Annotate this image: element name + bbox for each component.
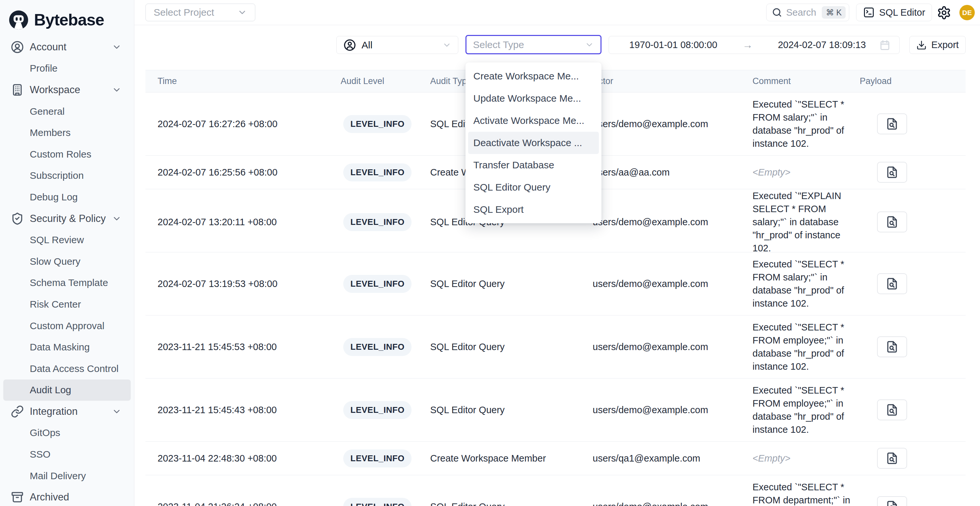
audit-level-badge: LEVEL_INFO <box>343 449 412 468</box>
sidebar-section-security-policy[interactable]: Security & Policy <box>0 208 134 229</box>
audit-level-badge: LEVEL_INFO <box>343 338 412 356</box>
audit-level-badge: LEVEL_INFO <box>343 213 412 231</box>
search-icon <box>772 7 782 18</box>
audit-type-dropdown: Create Workspace Me... Update Workspace … <box>466 62 601 223</box>
shield-check-icon <box>11 212 24 225</box>
sidebar-item-sso[interactable]: SSO <box>0 444 134 465</box>
section-label: Integration <box>30 406 78 417</box>
export-button[interactable]: Export <box>909 36 966 54</box>
archive-icon <box>11 491 24 504</box>
cell-audit-type: SQL Editor Query <box>430 405 593 415</box>
column-header-comment: Comment <box>752 76 854 86</box>
topbar: Select Project Search ⌘ K SQL Editor DE <box>134 0 980 25</box>
actor-filter-select[interactable]: All <box>336 36 458 54</box>
date-start-value: 1970-01-01 08:00:00 <box>629 40 717 50</box>
avatar-initials: DE <box>962 9 972 17</box>
cell-comment: <Empty> <box>752 166 854 179</box>
sidebar-item-data-access-control[interactable]: Data Access Control <box>0 358 134 380</box>
sidebar-section-archived[interactable]: Archived <box>0 486 134 506</box>
cell-time: 2024-02-07 13:20:11 +08:00 <box>158 217 340 228</box>
payload-button[interactable] <box>877 212 907 232</box>
sidebar-item-gitops[interactable]: GitOps <box>0 422 134 444</box>
chevron-down-icon <box>112 42 122 52</box>
audit-level-badge: LEVEL_INFO <box>343 115 412 133</box>
sidebar-item-custom-roles[interactable]: Custom Roles <box>0 143 134 165</box>
chevron-down-icon <box>237 8 247 18</box>
chevron-down-icon <box>442 41 452 50</box>
cell-time: 2023-11-21 15:45:43 +08:00 <box>158 405 340 415</box>
avatar[interactable]: DE <box>959 5 975 20</box>
payload-button[interactable] <box>877 399 907 420</box>
sidebar-item-custom-approval[interactable]: Custom Approval <box>0 315 134 337</box>
type-option[interactable]: Update Workspace Me... <box>466 87 601 110</box>
cell-actor: users/demo@example.com <box>593 217 752 228</box>
project-select[interactable]: Select Project <box>145 3 255 21</box>
type-option[interactable]: Activate Workspace Me... <box>466 110 601 132</box>
arrow-right-icon: → <box>717 39 778 51</box>
export-label: Export <box>931 40 959 50</box>
sidebar-section-workspace[interactable]: Workspace <box>0 79 134 101</box>
sidebar-item-audit-log[interactable]: Audit Log <box>3 380 131 401</box>
type-option[interactable]: SQL Export <box>466 199 601 221</box>
table-row: 2023-11-04 22:48:30 +08:00 LEVEL_INFO Cr… <box>145 442 966 475</box>
audit-level-badge: LEVEL_INFO <box>343 401 412 419</box>
table-row: 2023-11-21 15:45:43 +08:00 LEVEL_INFO SQ… <box>145 379 966 442</box>
main-area: Select Project Search ⌘ K SQL Editor DE <box>134 0 980 506</box>
sql-editor-button[interactable]: SQL Editor <box>856 3 932 21</box>
sidebar-item-members[interactable]: Members <box>0 122 134 143</box>
sidebar-item-data-masking[interactable]: Data Masking <box>0 336 134 358</box>
cell-audit-type: SQL Editor Query <box>430 342 593 352</box>
table-row: 2023-11-04 21:26:24 +08:00 LEVEL_INFO SQ… <box>145 475 966 506</box>
sidebar-item-sql-review[interactable]: SQL Review <box>0 229 134 251</box>
sidebar-section-account[interactable]: Account <box>0 36 134 58</box>
sidebar-item-slow-query[interactable]: Slow Query <box>0 251 134 272</box>
payload-button[interactable] <box>877 162 907 183</box>
section-label: Account <box>30 41 66 53</box>
sidebar-nav: Account Profile Workspace General Member… <box>0 36 134 506</box>
settings-gear-icon[interactable] <box>937 6 951 20</box>
user-circle-icon <box>343 38 356 52</box>
audit-level-badge: LEVEL_INFO <box>343 498 412 506</box>
type-option[interactable]: SQL Editor Query <box>466 176 601 199</box>
section-label: Archived <box>30 491 69 503</box>
sidebar-item-subscription[interactable]: Subscription <box>0 165 134 187</box>
chevron-down-icon <box>585 40 594 49</box>
bytebase-logo-icon <box>8 10 29 30</box>
sidebar-item-profile[interactable]: Profile <box>0 58 134 80</box>
brand-logo[interactable]: Bytebase <box>0 0 134 33</box>
sidebar: Bytebase Account Profile Workspace Gener… <box>0 0 134 506</box>
chevron-down-icon <box>112 85 122 95</box>
sidebar-item-debug-log[interactable]: Debug Log <box>0 186 134 208</box>
search-placeholder: Search <box>786 7 816 18</box>
cell-actor: users/demo@example.com <box>593 501 752 506</box>
table-row: 2023-11-21 15:45:53 +08:00 LEVEL_INFO SQ… <box>145 315 966 379</box>
type-option[interactable]: Transfer Database <box>466 154 601 176</box>
cell-time: 2023-11-04 22:48:30 +08:00 <box>158 453 340 464</box>
audit-type-select[interactable]: Select Type <box>466 35 601 54</box>
cell-actor: users/demo@example.com <box>593 405 752 415</box>
cell-time: 2024-02-07 16:27:26 +08:00 <box>158 119 340 129</box>
type-option[interactable]: Create Workspace Me... <box>466 65 601 87</box>
link-icon <box>11 405 24 418</box>
cell-comment: Executed `"SELECT * FROM salary;"` in da… <box>752 258 854 310</box>
payload-button[interactable] <box>877 113 907 134</box>
column-header-time: Time <box>158 76 340 86</box>
type-option-highlighted[interactable]: Deactivate Workspace ... <box>468 132 599 154</box>
payload-button[interactable] <box>877 496 907 506</box>
payload-button[interactable] <box>877 336 907 357</box>
payload-button[interactable] <box>877 448 907 469</box>
sidebar-item-risk-center[interactable]: Risk Center <box>0 294 134 315</box>
column-header-audit-level: Audit Level <box>340 76 430 86</box>
sidebar-item-mail-delivery[interactable]: Mail Delivery <box>0 465 134 487</box>
search-input[interactable]: Search ⌘ K <box>766 3 849 21</box>
column-header-payload: Payload <box>860 76 966 86</box>
cell-actor: users/demo@example.com <box>593 119 752 129</box>
sidebar-section-integration[interactable]: Integration <box>0 401 134 422</box>
sidebar-item-general[interactable]: General <box>0 101 134 122</box>
sidebar-item-schema-template[interactable]: Schema Template <box>0 272 134 294</box>
cell-actor: users/qa1@example.com <box>593 453 752 464</box>
cell-time: 2023-11-21 15:45:53 +08:00 <box>158 342 340 352</box>
date-range-picker[interactable]: 1970-01-01 08:00:00 → 2024-02-07 18:09:1… <box>609 36 900 54</box>
section-label: Security & Policy <box>30 213 106 224</box>
payload-button[interactable] <box>877 273 907 294</box>
